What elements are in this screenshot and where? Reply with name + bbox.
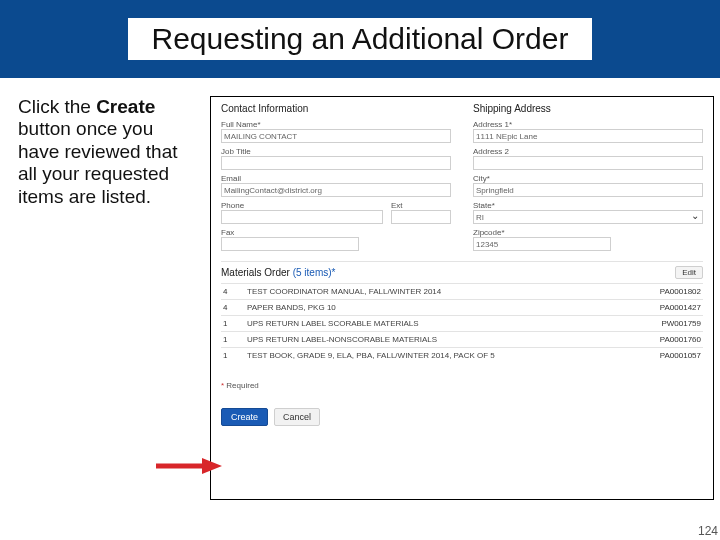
jobtitle-label: Job Title <box>221 147 451 156</box>
row-sku: PA0001802 <box>625 284 703 300</box>
required-note: * Required <box>221 381 703 390</box>
button-row: Create Cancel <box>221 408 703 426</box>
row-desc: TEST BOOK, GRADE 9, ELA, PBA, FALL/WINTE… <box>245 348 625 364</box>
create-button[interactable]: Create <box>221 408 268 426</box>
state-select[interactable]: RI <box>473 210 703 224</box>
email-label: Email <box>221 174 451 183</box>
addr2-label: Address 2 <box>473 147 703 156</box>
instruction-pre: Click the <box>18 96 96 117</box>
row-desc: PAPER BANDS, PKG 10 <box>245 300 625 316</box>
edit-button[interactable]: Edit <box>675 266 703 279</box>
city-input[interactable]: Springfield <box>473 183 703 197</box>
page-title: Requesting an Additional Order <box>128 18 593 60</box>
contact-column: Contact Information Full Name* MAILING C… <box>221 103 451 251</box>
row-desc: TEST COORDINATOR MANUAL, FALL/WINTER 201… <box>245 284 625 300</box>
instruction-post: button once you have reviewed that all y… <box>18 118 178 206</box>
phone-label: Phone <box>221 201 383 210</box>
title-banner: Requesting an Additional Order <box>0 0 720 78</box>
cancel-button[interactable]: Cancel <box>274 408 320 426</box>
table-row: 4TEST COORDINATOR MANUAL, FALL/WINTER 20… <box>221 284 703 300</box>
ext-input[interactable] <box>391 210 451 224</box>
addr1-label: Address 1* <box>473 120 703 129</box>
row-sku: PA0001427 <box>625 300 703 316</box>
fax-input[interactable] <box>221 237 359 251</box>
materials-heading: Materials Order <box>221 267 290 278</box>
fullname-input[interactable]: MAILING CONTACT <box>221 129 451 143</box>
row-qty: 1 <box>221 332 245 348</box>
row-qty: 4 <box>221 284 245 300</box>
content-area: Click the Create button once you have re… <box>0 78 720 500</box>
shipping-heading: Shipping Address <box>473 103 703 114</box>
city-label: City* <box>473 174 703 183</box>
table-row: 1TEST BOOK, GRADE 9, ELA, PBA, FALL/WINT… <box>221 348 703 364</box>
table-row: 4PAPER BANDS, PKG 10PA0001427 <box>221 300 703 316</box>
materials-count: (5 items)* <box>293 267 336 278</box>
materials-header: Materials Order (5 items)* Edit <box>221 261 703 279</box>
row-qty: 1 <box>221 348 245 364</box>
row-qty: 4 <box>221 300 245 316</box>
phone-input[interactable] <box>221 210 383 224</box>
fax-label: Fax <box>221 228 451 237</box>
instruction-bold: Create <box>96 96 155 117</box>
row-sku: PW001759 <box>625 316 703 332</box>
table-row: 1UPS RETURN LABEL-NONSCORABLE MATERIALSP… <box>221 332 703 348</box>
materials-table: 4TEST COORDINATOR MANUAL, FALL/WINTER 20… <box>221 283 703 363</box>
zip-input[interactable]: 12345 <box>473 237 611 251</box>
instruction-text: Click the Create button once you have re… <box>18 96 196 500</box>
state-label: State* <box>473 201 703 210</box>
row-sku: PA0001057 <box>625 348 703 364</box>
row-sku: PA0001760 <box>625 332 703 348</box>
ext-label: Ext <box>391 201 451 210</box>
row-desc: UPS RETURN LABEL-NONSCORABLE MATERIALS <box>245 332 625 348</box>
row-qty: 1 <box>221 316 245 332</box>
jobtitle-input[interactable] <box>221 156 451 170</box>
addr2-input[interactable] <box>473 156 703 170</box>
table-row: 1UPS RETURN LABEL SCORABLE MATERIALSPW00… <box>221 316 703 332</box>
page-number: 124 <box>698 524 718 538</box>
form-screenshot: Contact Information Full Name* MAILING C… <box>210 96 714 500</box>
addr1-input[interactable]: 1111 NEpic Lane <box>473 129 703 143</box>
shipping-column: Shipping Address Address 1* 1111 NEpic L… <box>473 103 703 251</box>
fullname-label: Full Name* <box>221 120 451 129</box>
email-input[interactable]: MailingContact@district.org <box>221 183 451 197</box>
contact-heading: Contact Information <box>221 103 451 114</box>
zip-label: Zipcode* <box>473 228 703 237</box>
row-desc: UPS RETURN LABEL SCORABLE MATERIALS <box>245 316 625 332</box>
